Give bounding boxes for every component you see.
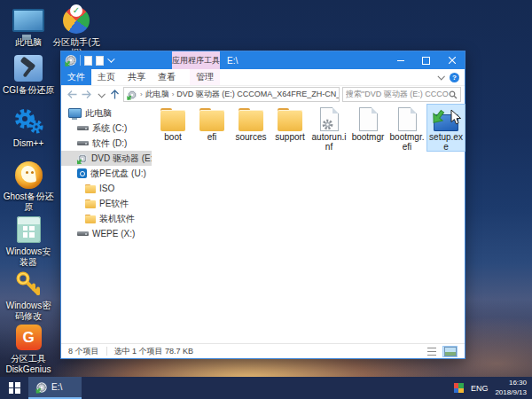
nav-item-dvd-drive-e[interactable]: DVD 驱动器 (E:) CC [61,151,152,166]
window-dvd-icon [66,55,76,66]
selection-info: 选中 1 个项目 78.7 KB [114,346,194,357]
drive-icon [77,231,89,236]
taskbar-item-explorer[interactable]: E:\ [28,377,82,399]
tab-manage[interactable]: 管理 [190,69,220,85]
separator [80,55,81,66]
usb-pe-icon [77,168,87,178]
desktop-icon-label: 分区工具DiskGenius [2,354,55,375]
time: 16:30 [495,379,527,387]
tab-file[interactable]: 文件 [61,69,91,85]
contextual-tab-application-tools[interactable]: 应用程序工具 [172,51,220,69]
window-controls [387,51,465,69]
breadcrumb-dvd-drive[interactable]: DVD 驱动器 (E:) CCCOMA_X64FRE_ZH-CN_D... [176,89,340,100]
tray-app-icon[interactable] [454,383,464,393]
nav-item-pe-software[interactable]: PE软件 [61,196,152,211]
file-item-sources[interactable]: sources [231,104,270,152]
desktop-icon-this-pc[interactable]: 此电脑 [2,5,55,48]
desktop-icon-cgi-backup[interactable]: CGI备份还原 [2,53,55,96]
nav-item-iso[interactable]: ISO [61,181,152,196]
nav-item-software-d[interactable]: 软件 (D:) [61,136,152,151]
minimize-button[interactable] [387,51,413,69]
installer-box-icon [2,215,55,245]
diskgenius-icon: G [2,322,55,352]
maximize-icon [422,57,430,65]
nav-item-install-software[interactable]: 装机软件 [61,211,152,226]
tab-share[interactable]: 共享 [121,69,152,85]
main-area: 此电脑 系统 (C:) 软件 (D:) DVD 驱动器 (E:) CC 微PE优… [61,102,465,344]
file-item-efi[interactable]: efi [192,104,231,152]
desktop-icon-dism[interactable]: Dism++ [2,106,55,149]
desktop-icon-label: Windows安装器 [2,246,55,268]
folder-icon [85,200,96,208]
forward-button[interactable] [81,88,92,101]
desktop-icon-ghost-backup[interactable]: Ghost备份还原 [2,160,55,213]
check-badge-icon: ✓ [70,4,82,17]
nav-item-wepe-x[interactable]: WEPE (X:) [61,226,152,241]
nav-item-pe-usb-u[interactable]: 微PE优盘 (U:) [61,166,152,181]
expand-ribbon-chevron-icon[interactable] [437,73,444,80]
start-button[interactable] [0,377,28,399]
document-icon [398,107,417,131]
desktop-icon-diskgenius[interactable]: G 分区工具DiskGenius [2,322,55,375]
nav-item-this-pc[interactable]: 此电脑 [61,106,152,121]
customize-quick-access-chevron-icon[interactable] [107,55,114,62]
key-icon [2,269,55,299]
navigation-toolbar: › 此电脑 › DVD 驱动器 (E:) CCCOMA_X64FRE_ZH-CN… [61,86,465,104]
ribbon-tabs: 文件 主页 共享 查看 管理 ? [61,69,465,86]
document-icon [359,107,378,131]
file-item-support[interactable]: support [270,104,309,152]
help-icon[interactable]: ? [450,73,459,82]
file-list[interactable]: boot efi sources support autorun.inf boo… [152,102,465,344]
partition-assistant-icon: ✓ [50,5,103,35]
forward-arrow-icon [82,90,91,98]
language-indicator[interactable]: ENG [471,384,489,393]
search-box[interactable]: 搜索"DVD 驱动器 (E:) CCCO... [342,87,461,102]
quick-access-new-folder-icon[interactable] [96,56,104,66]
windows-logo-icon [9,382,20,394]
list-view-icon [427,348,436,356]
file-item-bootmgr[interactable]: bootmgr [348,104,387,152]
taskbar: E:\ ENG 16:30 2018/9/13 [0,377,532,399]
breadcrumb-separator: › [140,90,143,98]
file-explorer-window: 应用程序工具 E:\ 文件 主页 共享 查看 管理 ? [60,51,466,359]
file-item-bootmgr-efi[interactable]: bootmgr.efi [387,104,426,152]
details-view-button[interactable] [424,346,439,357]
file-item-boot[interactable]: boot [153,104,192,152]
file-item-autorun-inf[interactable]: autorun.inf [309,104,348,152]
up-arrow-icon [111,90,119,99]
window-title: E:\ [227,51,238,69]
folder-icon [238,108,264,131]
recent-locations-button[interactable] [95,88,106,101]
quick-access-toolbar [61,55,113,66]
divider [106,347,107,356]
breadcrumb-separator: › [172,90,175,98]
quick-access-properties-icon[interactable] [84,56,92,66]
breadcrumb-this-pc[interactable]: 此电脑 [145,89,169,100]
clock[interactable]: 16:30 2018/9/13 [495,379,527,397]
back-button[interactable] [66,88,78,101]
desktop-icon-label: Dism++ [2,138,55,149]
status-bar: 8 个项目 选中 1 个项目 78.7 KB [61,343,465,358]
tab-home[interactable]: 主页 [91,69,121,85]
title-bar[interactable]: 应用程序工具 E:\ [61,51,465,69]
desktop-icon-label: Ghost备份还原 [2,192,55,213]
desktop-icon-windows-installer[interactable]: Windows安装器 [2,215,55,268]
address-dvd-icon [128,90,137,98]
maximize-button[interactable] [413,51,439,69]
address-bar[interactable]: › 此电脑 › DVD 驱动器 (E:) CCCOMA_X64FRE_ZH-CN… [123,87,340,102]
folder-icon [160,108,186,131]
up-button[interactable] [109,88,121,101]
desktop-icon-windows-password[interactable]: Windows密码修改 [2,269,55,322]
folder-icon [85,184,96,193]
nav-item-system-c[interactable]: 系统 (C:) [61,121,152,136]
drive-icon [77,141,89,145]
taskbar-item-label: E:\ [51,382,62,392]
chevron-down-icon [98,90,105,98]
close-button[interactable] [439,51,465,69]
folder-icon [277,108,303,131]
large-icons-view-button[interactable] [442,346,458,357]
folder-icon [85,215,96,223]
tab-view[interactable]: 查看 [152,69,182,85]
ribbon-right-controls: ? [438,69,459,85]
this-pc-icon [2,5,55,35]
